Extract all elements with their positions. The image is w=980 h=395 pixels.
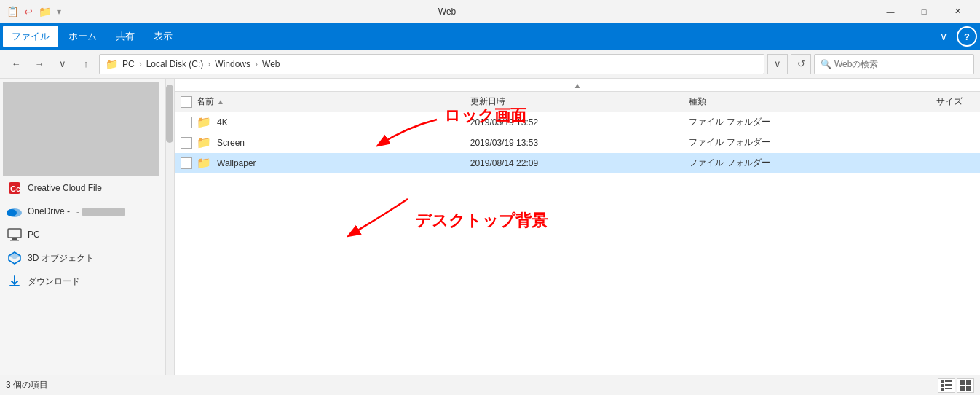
sep2: › [208, 59, 210, 69]
minimize-button[interactable]: — [874, 0, 907, 23]
tab-share[interactable]: 共有 [107, 26, 143, 47]
svg-rect-15 [945, 388, 952, 389]
sep3: › [255, 59, 258, 69]
status-count: 3 個の項目 [6, 379, 48, 391]
row-name-screen: 📁 Screen [197, 136, 470, 149]
tab-file[interactable]: ファイル [3, 26, 58, 47]
folder-icon-4k: 📁 [197, 115, 211, 129]
file-row-screen[interactable]: 📁 Screen 2019/03/19 13:53 ファイル フォルダー [175, 133, 980, 153]
row-date-4k: 2019/03/19 13:52 [470, 117, 689, 128]
svg-rect-13 [945, 384, 952, 386]
file-rows: 📁 4K 2019/03/19 13:52 ファイル フォルダー 📁 Scree… [175, 112, 980, 375]
up-button[interactable]: ↑ [76, 54, 96, 74]
sidebar-item-pc[interactable]: PC [0, 223, 174, 246]
address-part-pc: PC [122, 59, 135, 69]
svg-rect-11 [945, 380, 952, 382]
sidebar-item-onedrive-label: OneDrive - [28, 206, 70, 216]
file-area: ▲ 名前 ▲ 更新日時 種類 サイズ 📁 4K 2019/03/19 13:52 [175, 79, 980, 375]
header-checkbox[interactable] [181, 96, 192, 108]
file-list-header: 名前 ▲ 更新日時 種類 サイズ [175, 92, 980, 112]
sidebar: Cc Creative Cloud File OneDrive - - PC [0, 79, 175, 375]
sidebar-scrollbar-thumb [166, 85, 173, 143]
address-bar[interactable]: 📁 PC › Local Disk (C:) › Windows › Web [99, 54, 764, 74]
row-date-screen: 2019/03/19 13:53 [470, 138, 689, 148]
address-part-web: Web [262, 59, 280, 69]
refresh-button[interactable]: ↺ [791, 54, 811, 74]
ribbon: ファイル ホーム 共有 表示 ∨ ? [0, 23, 980, 50]
address-dropdown-button[interactable]: ∨ [767, 54, 788, 74]
sidebar-scroll: Cc Creative Cloud File OneDrive - - PC [0, 79, 174, 375]
sidebar-item-download-label: ダウンロード [28, 275, 80, 288]
download-icon [6, 273, 23, 290]
sidebar-scrollbar[interactable] [165, 79, 174, 375]
maximize-button[interactable]: □ [907, 0, 941, 23]
svg-rect-6 [10, 240, 19, 241]
forward-button[interactable]: → [29, 54, 50, 74]
folder-icon-wallpaper: 📁 [197, 156, 211, 170]
row-type-screen: ファイル フォルダー [689, 136, 853, 149]
svg-rect-5 [12, 238, 17, 240]
col-name-label: 名前 [197, 95, 214, 108]
address-folder-icon: 📁 [106, 58, 118, 70]
view-details-button[interactable] [938, 378, 955, 393]
help-button[interactable]: ? [957, 26, 977, 47]
search-bar[interactable]: 🔍 [814, 54, 974, 74]
row-type-4k: ファイル フォルダー [689, 116, 853, 128]
row-checkbox-4k[interactable] [181, 117, 192, 128]
row-name-label-4k: 4K [217, 117, 228, 128]
main-area: Cc Creative Cloud File OneDrive - - PC [0, 79, 980, 375]
sidebar-top-placeholder [3, 82, 159, 176]
back-button[interactable]: ← [6, 54, 26, 74]
close-button[interactable]: ✕ [941, 0, 974, 23]
cc-icon: Cc [6, 179, 23, 197]
quick-access-icon: 📋 [6, 5, 19, 18]
col-header-type[interactable]: 種類 [689, 95, 853, 108]
svg-rect-9 [9, 285, 20, 286]
row-name-label-screen: Screen [217, 138, 245, 148]
col-header-name[interactable]: 名前 ▲ [197, 95, 470, 108]
folder-icon-screen: 📁 [197, 136, 211, 149]
row-date-wallpaper: 2019/08/14 22:09 [470, 158, 689, 168]
onedrive-suffix: - [74, 207, 125, 216]
svg-rect-10 [941, 380, 944, 383]
sidebar-item-onedrive[interactable]: OneDrive - - [0, 200, 174, 223]
row-name-4k: 📁 4K [197, 115, 470, 129]
svg-rect-16 [960, 380, 965, 385]
svg-point-3 [7, 209, 17, 216]
svg-text:Cc: Cc [10, 184, 20, 193]
recent-locations-button[interactable]: ∨ [52, 54, 73, 74]
svg-rect-18 [960, 386, 965, 391]
col-header-size[interactable]: サイズ [853, 95, 974, 108]
sidebar-item-cc[interactable]: Cc Creative Cloud File [0, 176, 174, 200]
row-checkbox-screen[interactable] [181, 137, 192, 149]
sort-indicator: ▲ [175, 79, 980, 92]
tab-view[interactable]: 表示 [145, 26, 181, 47]
sidebar-item-3d[interactable]: 3D オブジェクト [0, 246, 174, 270]
svg-rect-12 [941, 384, 944, 387]
file-row-4k[interactable]: 📁 4K 2019/03/19 13:52 ファイル フォルダー [175, 112, 980, 133]
view-large-button[interactable] [957, 378, 974, 393]
title-bar: 📋 ↩ 📁 ▾ Web — □ ✕ [0, 0, 980, 23]
onedrive-icon [6, 203, 23, 220]
address-part-windows: Windows [215, 59, 250, 69]
address-part-localdisk: Local Disk (C:) [146, 59, 204, 69]
sidebar-item-pc-label: PC [28, 230, 40, 240]
sidebar-item-download[interactable]: ダウンロード [0, 270, 174, 293]
svg-marker-8 [9, 252, 20, 259]
ribbon-collapse-button[interactable]: ∨ [933, 26, 954, 47]
svg-rect-4 [8, 229, 21, 238]
tab-home[interactable]: ホーム [60, 26, 106, 47]
window-title: Web [20, 7, 874, 17]
file-row-wallpaper[interactable]: 📁 Wallpaper 2019/08/14 22:09 ファイル フォルダー [175, 153, 980, 173]
row-name-label-wallpaper: Wallpaper [217, 158, 256, 168]
view-buttons [938, 378, 974, 393]
col-header-date[interactable]: 更新日時 [470, 95, 689, 108]
status-bar: 3 個の項目 [0, 375, 980, 395]
search-icon: 🔍 [821, 59, 831, 69]
row-checkbox-wallpaper[interactable] [181, 157, 192, 169]
sidebar-item-3d-label: 3D オブジェクト [28, 252, 94, 265]
svg-rect-19 [966, 386, 971, 391]
sidebar-item-cc-label: Creative Cloud File [28, 183, 102, 193]
svg-rect-14 [941, 388, 944, 391]
search-input[interactable] [834, 59, 968, 69]
